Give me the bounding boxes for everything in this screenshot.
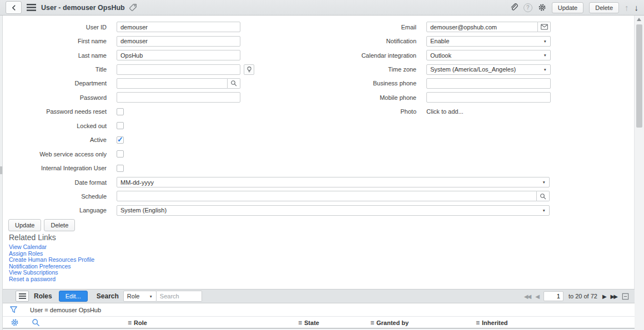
calendar-integration-label: Calendar integration <box>314 52 416 59</box>
email-input[interactable] <box>426 22 538 32</box>
chevron-down-icon: ▼ <box>544 39 547 43</box>
last-name-input[interactable] <box>117 50 240 60</box>
column-header-role[interactable]: ≡Role <box>128 319 147 327</box>
link-view-calendar[interactable]: View Calendar <box>9 244 94 251</box>
photo-add-link[interactable]: Click to add... <box>426 108 464 115</box>
tag-icon[interactable] <box>129 3 137 12</box>
page-number-input[interactable] <box>544 291 564 301</box>
delete-button[interactable]: Delete <box>589 2 619 13</box>
notification-value: Enable <box>430 38 449 44</box>
roles-search-field-select[interactable]: Role ▼ <box>123 291 157 302</box>
field-row-locked-out: Locked out <box>3 119 552 133</box>
department-group <box>117 78 240 89</box>
chevron-down-icon: ▼ <box>544 68 547 72</box>
locked-out-label: Locked out <box>3 123 107 129</box>
photo-label: Photo <box>314 108 416 115</box>
department-lookup-button[interactable] <box>228 78 240 89</box>
column-header-granted-by[interactable]: ≡Granted by <box>370 319 409 327</box>
locked-out-checkbox[interactable] <box>117 122 124 129</box>
delete-button-bottom[interactable]: Delete <box>44 219 75 231</box>
help-icon[interactable]: ? <box>524 3 532 12</box>
gear-icon[interactable] <box>538 3 546 12</box>
roles-search-label: Search <box>97 292 119 300</box>
first-name-input[interactable] <box>117 36 240 47</box>
notification-label: Notification <box>314 38 416 44</box>
filter-funnel-icon[interactable] <box>9 306 18 314</box>
list-search-icon[interactable] <box>32 318 40 327</box>
related-links-heading: Related Links <box>9 233 56 242</box>
attachment-icon[interactable] <box>510 3 518 12</box>
email-group <box>426 22 551 32</box>
roles-pagination: ◀◀ ◀ to 20 of 72 ▶ ▶▶ <box>524 291 629 301</box>
first-page-icon[interactable]: ◀◀ <box>524 293 530 299</box>
roles-related-list: Roles Edit... Search Role ▼ ◀◀ ◀ to 20 o… <box>3 289 635 330</box>
calendar-integration-select[interactable]: Outlook ▼ <box>426 50 551 60</box>
field-row-active: Active <box>3 133 552 147</box>
title-input[interactable] <box>117 64 240 75</box>
field-row-time-zone: Time zone System (America/Los_Angeles) ▼ <box>314 62 551 76</box>
column-header-state[interactable]: ≡State <box>298 319 319 327</box>
page-title: User - demouser OpsHub <box>41 4 125 12</box>
user-form-right: Email Notification Enable ▼ Calendar int… <box>314 20 551 119</box>
update-button[interactable]: Update <box>552 2 583 13</box>
scrollbar-thumb[interactable] <box>636 24 642 128</box>
collapse-list-icon[interactable] <box>622 293 629 300</box>
user-record-page: User - demouser OpsHub ? Update Delete ↑… <box>0 0 644 330</box>
prev-page-icon[interactable]: ◀ <box>535 293 539 299</box>
email-send-button[interactable] <box>538 22 551 32</box>
related-links-list: View Calendar Assign Roles Create Human … <box>9 244 94 282</box>
title-suggestion-button[interactable] <box>244 64 254 75</box>
list-settings-gear-icon[interactable] <box>11 318 19 327</box>
scroll-down-icon[interactable]: ↓ <box>635 3 639 12</box>
scrollbar-up-icon[interactable] <box>637 18 641 21</box>
roles-list-menu-button[interactable] <box>16 291 29 302</box>
date-format-select[interactable]: MM-dd-yyyy ▼ <box>117 177 550 187</box>
next-page-icon[interactable]: ▶ <box>602 293 606 299</box>
link-reset-password[interactable]: Reset a password <box>9 276 94 283</box>
splitter-handle[interactable] <box>0 166 2 174</box>
language-value: System (English) <box>120 207 167 214</box>
chevron-down-icon: ▼ <box>542 180 546 184</box>
roles-edit-button[interactable]: Edit... <box>59 291 88 302</box>
schedule-input[interactable] <box>117 191 537 201</box>
internal-integration-checkbox[interactable] <box>117 165 124 172</box>
link-create-hr-profile[interactable]: Create Human Resources Profile <box>9 257 94 263</box>
web-service-access-checkbox[interactable] <box>117 150 124 158</box>
last-page-icon[interactable]: ▶▶ <box>611 293 617 299</box>
header-actions: ? Update Delete ↑ ↓ <box>510 2 638 13</box>
language-select[interactable]: System (English) ▼ <box>117 205 550 216</box>
business-phone-input[interactable] <box>426 78 551 89</box>
active-checkbox[interactable] <box>117 136 124 144</box>
scroll-up-icon[interactable]: ↑ <box>625 3 629 12</box>
time-zone-value: System (America/Los_Angeles) <box>430 66 516 73</box>
chevron-down-icon: ▼ <box>544 53 547 57</box>
time-zone-label: Time zone <box>314 66 416 73</box>
column-header-inherited[interactable]: ≡Inherited <box>476 319 507 327</box>
back-button[interactable] <box>6 1 22 14</box>
schedule-group <box>117 191 550 201</box>
field-row-mobile-phone: Mobile phone <box>314 90 551 104</box>
form-footer-actions: Update Delete <box>8 219 75 231</box>
field-row-email: Email <box>314 20 551 34</box>
mobile-phone-input[interactable] <box>426 92 551 103</box>
field-row-date-format: Date format MM-dd-yyyy ▼ <box>3 175 552 189</box>
field-row-business-phone: Business phone <box>314 77 551 90</box>
chevron-left-icon <box>11 4 17 11</box>
time-zone-select[interactable]: System (America/Los_Angeles) ▼ <box>426 64 551 75</box>
vertical-scrollbar[interactable] <box>634 16 644 330</box>
notification-select[interactable]: Enable ▼ <box>426 36 551 47</box>
field-row-internal-integration: Internal Integration User <box>3 161 552 175</box>
password-needs-reset-checkbox[interactable] <box>117 108 124 115</box>
department-input[interactable] <box>117 78 228 89</box>
user-id-input[interactable] <box>117 22 240 32</box>
roles-search-input[interactable] <box>157 291 202 302</box>
envelope-icon <box>541 24 548 30</box>
schedule-lookup-button[interactable] <box>537 191 550 201</box>
context-menu-icon[interactable] <box>27 4 36 11</box>
password-input[interactable] <box>117 92 240 103</box>
last-name-label: Last name <box>3 52 107 59</box>
update-button-bottom[interactable]: Update <box>8 219 41 231</box>
link-view-subscriptions[interactable]: View Subscriptions <box>9 270 94 276</box>
field-row-language: Language System (English) ▼ <box>3 204 552 217</box>
roles-column-header-row: ≡Role ≡State ≡Granted by ≡Inherited <box>3 317 635 329</box>
